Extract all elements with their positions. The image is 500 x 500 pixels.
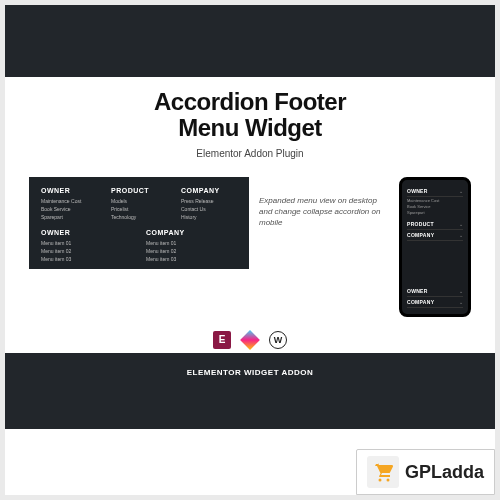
product-card: Accordion Footer Menu Widget Elementor A… [5, 5, 495, 495]
col-heading: COMPANY [181, 187, 237, 194]
menu-item[interactable]: Menu item 01 [146, 239, 237, 247]
menu-item[interactable]: Maintenance Cost [41, 197, 97, 205]
desktop-col-company: COMPANY Press Release Contact Us History [181, 187, 237, 221]
chevron-down-icon: ⌄ [459, 299, 463, 305]
accordion-heading: OWNER [407, 288, 428, 294]
mobile-preview: OWNER ⌄ Maintenance Cost Book Service Sp… [399, 177, 471, 317]
desktop-col-owner: OWNER Maintenance Cost Book Service Spar… [41, 187, 97, 221]
menu-item[interactable]: Menu item 02 [41, 247, 132, 255]
elementor-icon [213, 331, 231, 349]
platform-logos: W [5, 323, 495, 353]
chevron-down-icon: ⌄ [459, 221, 463, 227]
accordion-heading: PRODUCT [407, 221, 434, 227]
title-line-2: Menu Widget [178, 114, 322, 141]
menu-item[interactable]: Menu item 01 [41, 239, 132, 247]
product-subtitle: Elementor Addon Plugin [25, 148, 475, 159]
desktop-row-2: OWNER Menu item 01 Menu item 02 Menu ite… [41, 229, 237, 263]
menu-item[interactable]: Press Release [181, 197, 237, 205]
menu-item[interactable]: Contact Us [181, 205, 237, 213]
bottom-dark-band: ELEMENTOR WIDGET ADDON [5, 353, 495, 429]
menu-item[interactable]: Book Service [41, 205, 97, 213]
svg-point-0 [378, 479, 381, 482]
desktop-col-product: PRODUCT Models Pricelist Technology [111, 187, 167, 221]
menu-item[interactable]: Menu item 03 [146, 255, 237, 263]
accordion-expanded: Maintenance Cost Book Service Sparepart [407, 197, 463, 219]
col-heading: OWNER [41, 187, 97, 194]
accordion-row-company[interactable]: COMPANY ⌄ [407, 230, 463, 241]
brand-name: GPLadda [405, 462, 484, 483]
desktop-col-owner-2: OWNER Menu item 01 Menu item 02 Menu ite… [41, 229, 132, 263]
menu-item[interactable]: Menu item 03 [41, 255, 132, 263]
title-line-1: Accordion Footer [154, 88, 346, 115]
svg-point-1 [386, 479, 389, 482]
accordion-row-owner[interactable]: OWNER ⌄ [407, 186, 463, 197]
col-heading: PRODUCT [111, 187, 167, 194]
accordion-heading: COMPANY [407, 299, 434, 305]
chevron-down-icon: ⌄ [459, 288, 463, 294]
brand-footer[interactable]: GPLadda [356, 449, 495, 495]
accordion-row-owner-2[interactable]: OWNER ⌄ [407, 286, 463, 297]
diamond-icon [241, 331, 259, 349]
caption-text: Expanded menu view on desktop and change… [259, 177, 389, 229]
menu-item[interactable]: Sparepart [41, 213, 97, 221]
accordion-row-product[interactable]: PRODUCT ⌄ [407, 219, 463, 230]
menu-item[interactable]: Menu item 02 [146, 247, 237, 255]
top-dark-band [5, 5, 495, 77]
desktop-col-company-2: COMPANY Menu item 01 Menu item 02 Menu i… [146, 229, 237, 263]
cart-icon [367, 456, 399, 488]
footer-label: ELEMENTOR WIDGET ADDON [187, 368, 314, 377]
desktop-row-1: OWNER Maintenance Cost Book Service Spar… [41, 187, 237, 221]
desktop-footer-preview: OWNER Maintenance Cost Book Service Spar… [29, 177, 249, 269]
menu-item[interactable]: History [181, 213, 237, 221]
menu-item[interactable]: Pricelist [111, 205, 167, 213]
mobile-section-2: OWNER ⌄ COMPANY ⌄ [407, 286, 463, 308]
menu-item[interactable]: Technology [111, 213, 167, 221]
accordion-heading: OWNER [407, 188, 428, 194]
demo-row: OWNER Maintenance Cost Book Service Spar… [5, 167, 495, 323]
col-heading: OWNER [41, 229, 132, 236]
accordion-row-company-2[interactable]: COMPANY ⌄ [407, 297, 463, 308]
product-title: Accordion Footer Menu Widget [25, 89, 475, 142]
menu-item[interactable]: Models [111, 197, 167, 205]
col-heading: COMPANY [146, 229, 237, 236]
accordion-heading: COMPANY [407, 232, 434, 238]
wordpress-icon: W [269, 331, 287, 349]
mobile-section-1: OWNER ⌄ Maintenance Cost Book Service Sp… [407, 186, 463, 241]
menu-item[interactable]: Sparepart [407, 210, 463, 216]
chevron-down-icon: ⌄ [459, 188, 463, 194]
chevron-down-icon: ⌄ [459, 232, 463, 238]
hero-section: Accordion Footer Menu Widget Elementor A… [5, 77, 495, 167]
